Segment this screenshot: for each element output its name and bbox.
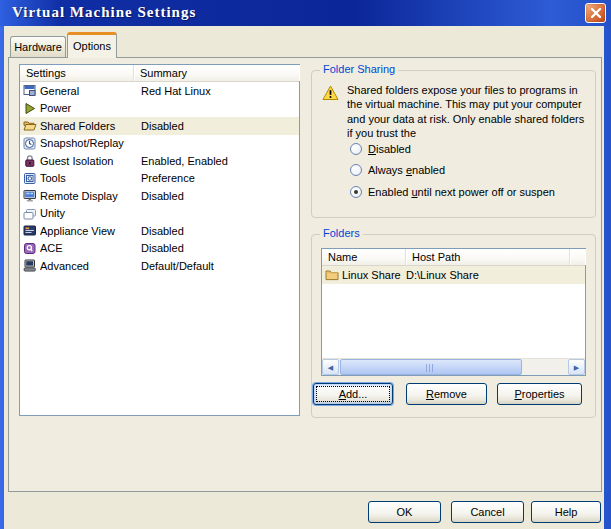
- add-button[interactable]: Add...: [313, 383, 393, 405]
- folders-group-label: Folders: [320, 227, 363, 239]
- ace-icon: [23, 242, 37, 255]
- general-icon: [23, 84, 37, 97]
- folders-group: Folders Name Host Path Linux Share D:\Li…: [311, 234, 596, 418]
- radio-disabled[interactable]: Disabled: [350, 143, 411, 155]
- folders-list-header: Name Host Path: [322, 249, 585, 266]
- radio-always-enabled-label: Always enabled: [368, 164, 445, 176]
- settings-row-general[interactable]: General Red Hat Linux: [20, 82, 299, 100]
- settings-row-ace[interactable]: ACE Disabled: [20, 240, 299, 258]
- options-tab-page: Settings Summary General Red Hat Linux P…: [8, 57, 602, 492]
- window-title: Virtual Machine Settings: [12, 4, 196, 21]
- ok-button[interactable]: OK: [368, 501, 441, 523]
- settings-row-power[interactable]: Power: [20, 100, 299, 118]
- tab-hardware[interactable]: Hardware: [10, 36, 66, 57]
- scroll-track[interactable]: [339, 359, 568, 375]
- radio-always-enabled[interactable]: Always enabled: [350, 164, 445, 176]
- dialog-body: Hardware Options Settings Summary Genera…: [4, 26, 604, 529]
- settings-row-advanced[interactable]: Advanced Default/Default: [20, 257, 299, 275]
- radio-enabled-until-circle[interactable]: [350, 186, 362, 198]
- radio-enabled-until-power-off[interactable]: Enabled until next power off or suspen: [350, 186, 593, 198]
- settings-row-appliance-view[interactable]: Appliance View Disabled: [20, 222, 299, 240]
- settings-list-header: Settings Summary: [20, 65, 299, 82]
- settings-row-remote-display[interactable]: Remote Display Disabled: [20, 187, 299, 205]
- settings-column-header[interactable]: Settings: [20, 65, 134, 81]
- folders-list: Name Host Path Linux Share D:\Linux Shar…: [321, 248, 586, 376]
- advanced-icon: [23, 259, 37, 272]
- cancel-button[interactable]: Cancel: [451, 501, 524, 523]
- scroll-thumb-grip: [426, 364, 435, 372]
- spare-column-header: [570, 249, 585, 265]
- power-icon: [23, 102, 37, 115]
- summary-column-header[interactable]: Summary: [134, 65, 299, 81]
- settings-row-shared-folders[interactable]: Shared Folders Disabled: [20, 117, 299, 135]
- shared-folders-icon: [23, 119, 37, 132]
- remote-display-icon: [23, 189, 37, 202]
- scroll-thumb[interactable]: [340, 359, 522, 375]
- folder-row-linux-share[interactable]: Linux Share D:\Linux Share: [322, 266, 585, 284]
- titlebar: Virtual Machine Settings: [0, 0, 611, 26]
- radio-always-enabled-circle[interactable]: [350, 164, 362, 176]
- folder-sharing-group: Folder Sharing Shared folders expose you…: [311, 70, 596, 218]
- tools-icon: [23, 172, 37, 185]
- radio-disabled-label: Disabled: [368, 143, 411, 155]
- appliance-view-icon: [23, 224, 37, 237]
- snapshot-replay-icon: [23, 137, 37, 150]
- help-button[interactable]: Help: [531, 501, 601, 523]
- settings-list: Settings Summary General Red Hat Linux P…: [19, 64, 300, 416]
- settings-row-unity[interactable]: Unity: [20, 205, 299, 223]
- virtual-machine-settings-window: Virtual Machine Settings Hardware Option…: [0, 0, 611, 529]
- guest-isolation-icon: [23, 154, 37, 167]
- name-column-header[interactable]: Name: [322, 249, 406, 265]
- scroll-left-button[interactable]: ◀: [322, 359, 339, 375]
- scroll-right-button[interactable]: ▶: [568, 359, 585, 375]
- folder-sharing-warning-text: Shared folders expose your files to prog…: [347, 83, 585, 141]
- folder-sharing-group-label: Folder Sharing: [320, 63, 398, 75]
- settings-row-snapshot-replay[interactable]: Snapshot/Replay: [20, 135, 299, 153]
- properties-button[interactable]: Properties: [497, 383, 582, 405]
- settings-row-tools[interactable]: Tools Preference: [20, 170, 299, 188]
- folders-horizontal-scrollbar: ◀ ▶: [322, 358, 585, 375]
- radio-disabled-circle[interactable]: [350, 143, 362, 155]
- radio-enabled-until-label: Enabled until next power off or suspen: [368, 186, 555, 198]
- warning-icon: [322, 85, 339, 103]
- tab-options[interactable]: Options: [67, 32, 117, 58]
- unity-icon: [23, 207, 37, 220]
- close-icon[interactable]: [585, 3, 606, 23]
- folder-icon: [325, 268, 339, 281]
- settings-row-guest-isolation[interactable]: Guest Isolation Enabled, Enabled: [20, 152, 299, 170]
- remove-button[interactable]: Remove: [406, 383, 487, 405]
- host-path-column-header[interactable]: Host Path: [406, 249, 570, 265]
